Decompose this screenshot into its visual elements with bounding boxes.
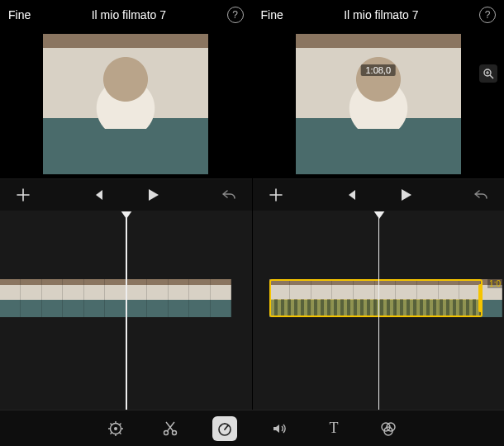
clip-selection[interactable]	[269, 279, 483, 317]
volume-button[interactable]	[267, 416, 292, 441]
help-button[interactable]: ?	[227, 7, 244, 23]
preview-frame[interactable]	[296, 34, 461, 174]
project-title: Il mio filmato 7	[283, 8, 479, 21]
undo-button[interactable]	[221, 187, 237, 203]
timestamp-badge: 1:08,0	[360, 64, 396, 76]
help-button[interactable]: ?	[479, 7, 496, 23]
skip-back-button[interactable]	[343, 187, 358, 202]
transport-bar	[0, 178, 252, 211]
preview-area: 1:08,0	[253, 30, 505, 178]
settings-button[interactable]	[103, 416, 128, 441]
done-button[interactable]: Fine	[8, 8, 31, 21]
svg-point-4	[173, 430, 177, 434]
transport-bar	[253, 178, 505, 211]
play-button[interactable]	[397, 187, 414, 203]
add-media-button[interactable]	[268, 187, 284, 203]
done-button[interactable]: Fine	[261, 8, 283, 21]
video-clip[interactable]	[0, 279, 231, 317]
svg-point-2	[114, 427, 117, 430]
add-media-button[interactable]	[15, 187, 31, 203]
clip-end-time: 1:0	[487, 279, 502, 288]
bottom-toolbar: T	[0, 410, 504, 446]
undo-button[interactable]	[473, 187, 489, 203]
filter-button[interactable]	[376, 416, 401, 441]
editor-panel-left: Fine Il mio filmato 7 ?	[0, 0, 252, 446]
scissors-button[interactable]	[158, 416, 183, 441]
editor-panel-right: Fine Il mio filmato 7 ? 1:08,0	[252, 0, 505, 446]
skip-back-button[interactable]	[90, 187, 105, 202]
project-title: Il mio filmato 7	[31, 8, 226, 21]
speed-tool-button[interactable]	[212, 416, 237, 441]
text-tool-button[interactable]: T	[321, 416, 346, 441]
speed-overlay	[271, 299, 481, 316]
play-button[interactable]	[145, 187, 161, 203]
zoom-button[interactable]	[479, 64, 497, 83]
top-bar: Fine Il mio filmato 7 ?	[0, 0, 252, 30]
top-bar: Fine Il mio filmato 7 ?	[253, 0, 505, 30]
preview-frame[interactable]	[43, 34, 208, 174]
svg-point-3	[164, 430, 169, 434]
preview-area	[0, 30, 252, 178]
